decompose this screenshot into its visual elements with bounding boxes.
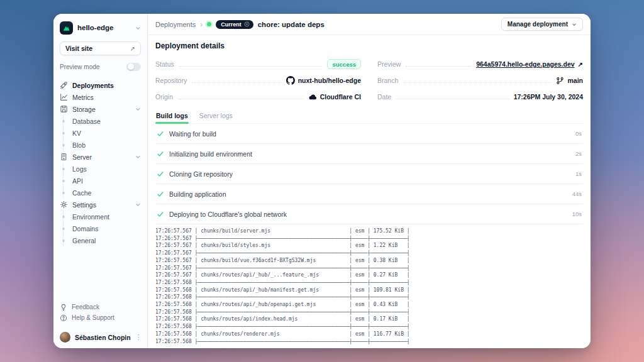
bullet-dot-icon	[60, 236, 68, 244]
gear-icon	[60, 200, 68, 209]
sidebar-item-domains[interactable]: Domains	[60, 222, 141, 234]
sidebar: hello-edge Visit site ↗ Preview mode Dep…	[53, 14, 148, 348]
build-steps: Waiting for build0sInitializing build en…	[155, 124, 583, 224]
detail-value-text: Cloudflare CI	[320, 93, 361, 101]
dotted-leader	[192, 82, 280, 83]
check-icon	[157, 150, 164, 158]
breadcrumb-deployments[interactable]: Deployments	[155, 21, 196, 28]
rocket-icon	[60, 81, 68, 89]
step-duration: 1s	[575, 170, 582, 177]
topbar: Deployments › Current chore: update deps…	[148, 14, 591, 35]
sidebar-footer: FeedbackHelp & Support Sébastien Chopin …	[60, 302, 141, 343]
detail-value-text: 17:26PM July 30, 2024	[514, 93, 583, 101]
check-icon	[157, 170, 164, 178]
step-label: Cloning Git repository	[169, 170, 570, 178]
bullet-dot-icon	[60, 129, 68, 137]
external-link-icon: ↗	[130, 45, 135, 52]
footer-item-label: Feedback	[72, 304, 99, 310]
sidebar-item-label: Blob	[72, 141, 141, 149]
sidebar-item-label: Domains	[72, 225, 141, 233]
footer-item-label: Help & Support	[72, 314, 114, 321]
build-log-area[interactable]: 17:26:57.567 │ chunks/build/server.mjs │…	[155, 224, 583, 348]
step-label: Initializing build environment	[169, 150, 570, 158]
footer-item-feedback[interactable]: Feedback	[60, 302, 141, 312]
disk-icon	[60, 105, 68, 113]
chevron-down-icon	[135, 202, 141, 207]
sidebar-item-label: Deployments	[72, 82, 141, 89]
build-step-row[interactable]: Building application44s	[155, 184, 583, 204]
sidebar-item-label: General	[72, 237, 141, 244]
user-menu[interactable]: Sébastien Chopin ⋮	[60, 327, 141, 343]
server-icon	[60, 153, 68, 161]
more-options-icon[interactable]: ⋮	[135, 333, 142, 341]
dotted-leader	[406, 66, 471, 67]
build-step-row[interactable]: Deploying to Cloudflare's global network…	[155, 204, 583, 224]
sidebar-item-general[interactable]: General	[60, 234, 141, 246]
step-label: Waiting for build	[169, 130, 570, 138]
sidebar-footer-items: FeedbackHelp & Support	[60, 302, 141, 323]
dotted-leader	[403, 82, 551, 83]
sidebar-item-environment[interactable]: Environment	[60, 211, 141, 222]
sidebar-item-deployments[interactable]: Deployments	[60, 79, 141, 91]
help-icon	[60, 314, 67, 322]
branch-icon	[556, 77, 564, 85]
visit-site-button[interactable]: Visit site ↗	[60, 41, 141, 55]
disk-icon	[60, 105, 68, 113]
detail-row-branch: Branchmain	[377, 72, 583, 89]
bullet-dot-icon	[60, 212, 68, 221]
sidebar-item-storage[interactable]: Storage	[60, 103, 141, 115]
build-step-row[interactable]: Initializing build environment2s	[155, 144, 583, 164]
sidebar-item-kv[interactable]: KV	[60, 127, 141, 139]
bulb-icon	[60, 304, 67, 311]
app-window: hello-edge Visit site ↗ Preview mode Dep…	[53, 14, 591, 348]
build-step-row[interactable]: Cloning Git repository1s	[155, 164, 583, 184]
footer-item-help[interactable]: Help & Support	[60, 312, 141, 323]
details-column-right: Preview964a5974.hello-edge.pages.dev↗Bra…	[377, 56, 583, 105]
cloud-icon	[308, 92, 317, 101]
sidebar-item-label: Cache	[72, 189, 141, 197]
manage-deployment-label: Manage deployment	[508, 21, 568, 28]
external-link-icon: ↗	[578, 61, 583, 68]
bullet-dot-icon	[60, 141, 68, 149]
sidebar-item-settings[interactable]: Settings	[60, 199, 141, 211]
nuxthub-logo-icon	[60, 21, 73, 35]
sidebar-item-label: KV	[72, 129, 141, 137]
help-icon	[60, 314, 67, 322]
sidebar-item-server[interactable]: Server	[60, 151, 141, 163]
project-switcher[interactable]: hello-edge	[60, 19, 141, 36]
chevron-down-icon	[572, 22, 577, 27]
main-panel: Deployments › Current chore: update deps…	[148, 14, 591, 348]
preview-mode-toggle[interactable]	[126, 63, 141, 71]
sidebar-item-database[interactable]: Database	[60, 115, 141, 127]
step-label: Deploying to Cloudflare's global network	[169, 211, 567, 218]
sidebar-item-metrics[interactable]: Metrics	[60, 91, 141, 103]
step-duration: 0s	[575, 130, 582, 137]
current-badge[interactable]: Current	[216, 20, 253, 29]
sidebar-item-blob[interactable]: Blob	[60, 139, 141, 151]
sidebar-item-api[interactable]: API	[60, 175, 141, 187]
detail-label: Origin	[155, 93, 173, 101]
detail-label: Branch	[377, 77, 398, 84]
detail-value-text: nuxt-hub/hello-edge	[298, 77, 361, 84]
preview-link[interactable]: 964a5974.hello-edge.pages.dev	[476, 60, 574, 68]
bulb-icon	[60, 304, 67, 311]
toggle-knob	[128, 63, 134, 70]
detail-row-repository: Repositorynuxt-hub/hello-edge	[155, 72, 361, 89]
preview-mode-label: Preview mode	[60, 63, 99, 70]
step-duration: 2s	[575, 150, 582, 157]
visit-site-label: Visit site	[65, 45, 92, 52]
tab-server-logs[interactable]: Server logs	[199, 109, 233, 123]
sidebar-item-label: Environment	[72, 213, 141, 221]
build-step-row[interactable]: Waiting for build0s	[155, 124, 583, 144]
manage-deployment-button[interactable]: Manage deployment	[501, 18, 583, 31]
sidebar-item-label: Database	[72, 118, 141, 125]
sidebar-item-cache[interactable]: Cache	[60, 187, 141, 199]
deployment-content: Deployment details StatussuccessReposito…	[148, 35, 591, 348]
detail-row-status: Statussuccess	[155, 56, 361, 72]
sidebar-item-label: Storage	[72, 106, 131, 113]
tab-build-logs[interactable]: Build logs	[155, 109, 189, 123]
status-badge: success	[327, 59, 361, 69]
check-icon	[157, 190, 164, 198]
detail-label: Date	[377, 93, 391, 101]
sidebar-item-logs[interactable]: Logs	[60, 163, 141, 175]
